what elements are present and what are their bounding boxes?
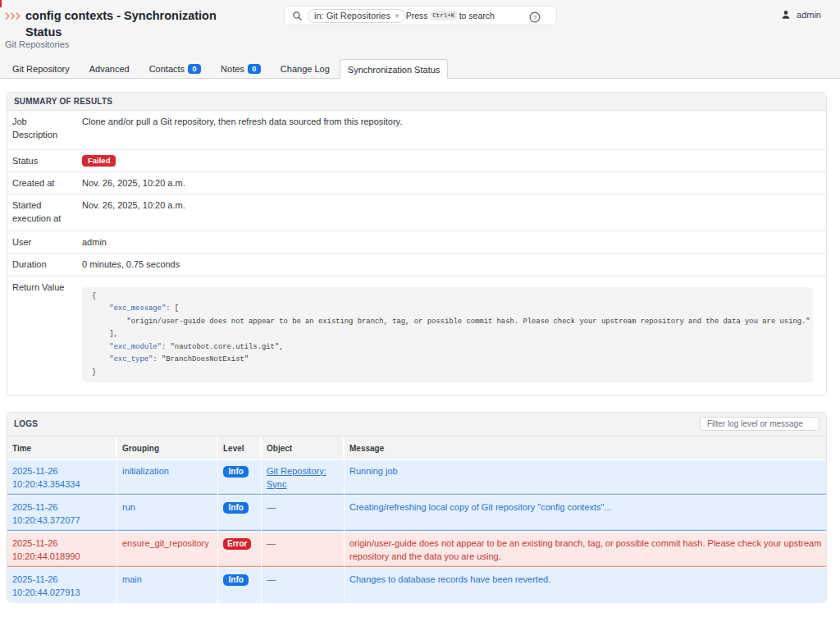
- svg-text:?: ?: [533, 14, 536, 21]
